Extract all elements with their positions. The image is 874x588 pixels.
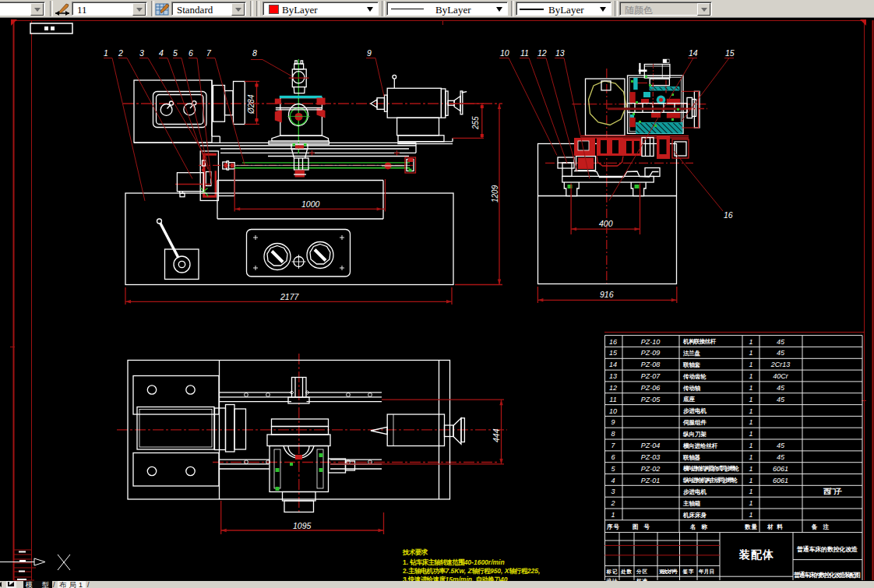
svg-text:横向进给丝杆: 横向进给丝杆 [682, 442, 718, 449]
svg-text:1: 1 [749, 338, 752, 346]
svg-text:1095: 1095 [293, 521, 312, 530]
svg-text:PZ-02: PZ-02 [641, 465, 661, 473]
svg-text:1: 1 [749, 407, 752, 415]
svg-text:材料: 材料 [767, 523, 795, 530]
svg-text:1: 1 [749, 499, 752, 507]
svg-text:PZ-07: PZ-07 [641, 372, 661, 380]
svg-text:45: 45 [777, 442, 785, 449]
svg-text:6061: 6061 [773, 465, 788, 473]
svg-text:11: 11 [609, 396, 616, 403]
svg-text:西门子: 西门子 [823, 488, 842, 495]
svg-text:2Cr13: 2Cr13 [770, 361, 791, 368]
svg-text:8: 8 [611, 430, 615, 438]
svg-text:标记: 标记 [606, 569, 618, 575]
svg-text:签字: 签字 [682, 569, 695, 575]
svg-text:联轴器: 联轴器 [682, 454, 701, 461]
svg-text:2.主轴电机功率7.5Kw, Z轴行程950, X轴行程22: 2.主轴电机功率7.5Kw, Z轴行程950, X轴行程225, [403, 567, 540, 575]
svg-text:13: 13 [555, 48, 565, 58]
svg-text:PZ-01: PZ-01 [641, 477, 661, 484]
svg-text:400: 400 [599, 219, 613, 228]
svg-text:普通车床的数控化改造装配图: 普通车床的数控化改造装配图 [793, 571, 861, 579]
svg-text:12: 12 [537, 48, 547, 58]
svg-text:机床床身: 机床床身 [682, 512, 707, 519]
svg-text:1. 钻车床主轴转速范围40-1600r/min: 1. 钻车床主轴转速范围40-1600r/min [403, 558, 505, 566]
svg-text:1: 1 [749, 511, 752, 519]
svg-text:机构联接丝杆: 机构联接丝杆 [682, 338, 717, 345]
svg-text:数量: 数量 [744, 523, 758, 530]
svg-text:8: 8 [252, 48, 257, 58]
svg-text:40Cr: 40Cr [773, 372, 789, 380]
svg-text:1: 1 [749, 384, 752, 392]
svg-text:1: 1 [611, 511, 615, 519]
svg-text:备注: 备注 [811, 523, 844, 530]
svg-text:法兰盘: 法兰盘 [682, 350, 701, 357]
svg-text:10: 10 [609, 407, 617, 415]
svg-text:/: / [53, 581, 55, 588]
svg-text:2: 2 [118, 48, 123, 58]
svg-text:45: 45 [777, 453, 785, 461]
svg-text:45: 45 [777, 338, 785, 346]
svg-text:1: 1 [749, 372, 752, 380]
svg-text:1: 1 [749, 442, 752, 449]
svg-text:步进电机: 步进电机 [683, 488, 707, 495]
svg-text:12: 12 [609, 384, 617, 392]
svg-text:1: 1 [749, 418, 752, 426]
svg-text:分区: 分区 [636, 569, 648, 575]
svg-text:1: 1 [749, 430, 752, 438]
svg-text:13: 13 [609, 372, 617, 380]
svg-text:916: 916 [600, 290, 614, 299]
svg-text:45: 45 [777, 384, 785, 392]
svg-text:1: 1 [749, 488, 752, 495]
svg-text:5: 5 [173, 48, 178, 58]
svg-text:15: 15 [609, 349, 618, 357]
svg-text:9: 9 [611, 418, 615, 426]
svg-text:传动轴: 传动轴 [682, 385, 701, 392]
svg-text:444: 444 [492, 428, 501, 442]
svg-text:PZ-08: PZ-08 [641, 361, 661, 368]
svg-text:Ø284: Ø284 [247, 94, 256, 114]
svg-text:序号: 序号 [606, 523, 620, 530]
svg-text:年月日: 年月日 [698, 569, 714, 575]
svg-text:1209: 1209 [491, 185, 499, 202]
svg-text:PZ-09: PZ-09 [641, 349, 661, 357]
svg-text:布局1: 布局1 [59, 581, 83, 588]
svg-text:3: 3 [139, 48, 144, 58]
svg-text:装配体: 装配体 [738, 548, 774, 561]
svg-text:伺服组件: 伺服组件 [682, 419, 707, 426]
svg-text:4: 4 [611, 477, 615, 484]
svg-text:14: 14 [609, 361, 617, 368]
svg-text:主轴箱: 主轴箱 [682, 500, 701, 507]
svg-text:1: 1 [749, 396, 752, 403]
svg-text:3: 3 [611, 488, 615, 495]
svg-text:传动齿轮: 传动齿轮 [682, 373, 707, 380]
svg-text:1: 1 [749, 361, 752, 368]
svg-text:步进电机: 步进电机 [683, 407, 707, 414]
svg-text:纵向进给机构主动同步带轮: 纵向进给机构主动同步带轮 [682, 477, 738, 484]
svg-text:PZ-05: PZ-05 [641, 396, 661, 403]
svg-text:6061: 6061 [773, 477, 788, 484]
svg-text:1000: 1000 [301, 199, 320, 209]
svg-text:2177: 2177 [280, 292, 300, 301]
svg-text:纵向刀架: 纵向刀架 [682, 431, 707, 438]
svg-text:1: 1 [749, 453, 752, 461]
svg-text:1: 1 [104, 48, 108, 58]
svg-text:/: / [87, 581, 90, 588]
svg-text:10: 10 [500, 48, 509, 58]
svg-text:横向进给机构混合式同步带轮: 横向进给机构混合式同步带轮 [682, 465, 740, 472]
svg-text:更改文件号: 更改文件号 [659, 569, 678, 575]
svg-text:联轴套: 联轴套 [682, 361, 701, 368]
svg-text:255: 255 [471, 116, 480, 130]
svg-text:14: 14 [689, 48, 698, 58]
svg-text:15: 15 [725, 48, 735, 58]
svg-text:底座: 底座 [682, 396, 696, 403]
svg-text:16: 16 [609, 338, 617, 346]
svg-text:4: 4 [159, 48, 164, 58]
svg-text:1: 1 [749, 477, 752, 484]
svg-text:PZ-06: PZ-06 [641, 384, 661, 392]
svg-text:9: 9 [367, 48, 372, 58]
svg-text:2: 2 [610, 499, 615, 507]
svg-text:1: 1 [749, 465, 752, 473]
svg-text:普通车床的数控化改造: 普通车床的数控化改造 [796, 545, 858, 553]
svg-text:6: 6 [189, 48, 193, 58]
svg-text:图号: 图号 [633, 523, 664, 530]
